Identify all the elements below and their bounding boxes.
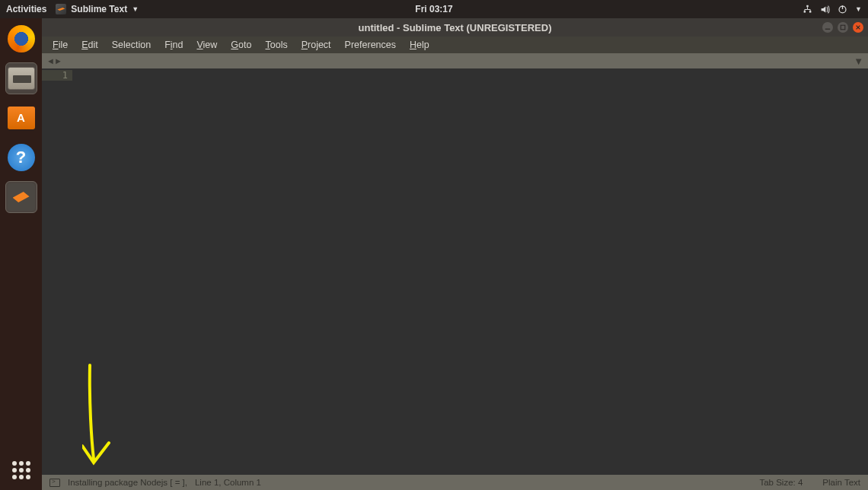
editor-area: 1 — [42, 68, 868, 475]
dock-help[interactable]: ? — [5, 142, 37, 173]
clock[interactable]: Fri 03:17 — [415, 4, 452, 14]
window-title-bar: untitled - Sublime Text (UNREGISTERED) — [42, 18, 868, 37]
gnome-top-bar: Activities Sublime Text ▼ Fri 03:17 ▼ — [0, 0, 868, 18]
close-button[interactable] — [853, 22, 863, 33]
status-bar: Installing package Nodejs [ = ], Line 1,… — [42, 475, 868, 490]
dock-files[interactable] — [5, 62, 37, 94]
menu-preferences[interactable]: Preferences — [339, 38, 402, 52]
line-number: 1 — [42, 70, 72, 81]
show-applications-button[interactable] — [12, 461, 30, 479]
menu-view[interactable]: View — [190, 38, 223, 52]
dock-sublime[interactable] — [5, 181, 37, 213]
menu-help[interactable]: Help — [404, 38, 436, 52]
text-editor[interactable] — [72, 68, 854, 475]
files-icon — [8, 67, 35, 90]
firefox-icon — [8, 25, 35, 52]
menu-tools[interactable]: Tools — [259, 38, 293, 52]
system-tray[interactable]: ▼ — [803, 5, 862, 14]
svg-rect-4 — [842, 5, 843, 9]
menu-project[interactable]: Project — [295, 38, 337, 52]
status-message: Installing package Nodejs [ = ], — [68, 478, 187, 487]
software-center-icon — [8, 107, 35, 129]
svg-rect-5 — [825, 29, 830, 30]
status-tab-size[interactable]: Tab Size: 4 — [759, 478, 803, 487]
tab-bar: ◄ ► ▼ — [42, 53, 868, 68]
svg-rect-2 — [809, 11, 811, 12]
app-menu[interactable]: Sublime Text ▼ — [56, 4, 139, 14]
tab-history-nav[interactable]: ◄ ► — [46, 56, 61, 65]
minimize-button[interactable] — [822, 22, 833, 33]
menu-bar: File Edit Selection Find View Goto Tools… — [42, 37, 868, 53]
maximize-button[interactable] — [838, 22, 848, 33]
chevron-down-icon: ▼ — [855, 5, 862, 13]
dock-software[interactable] — [5, 102, 37, 134]
status-cursor[interactable]: Line 1, Column 1 — [195, 478, 261, 487]
window-title: untitled - Sublime Text (UNREGISTERED) — [359, 22, 552, 33]
power-icon[interactable] — [838, 5, 847, 14]
console-icon[interactable] — [49, 479, 60, 487]
status-syntax[interactable]: Plain Text — [822, 478, 860, 487]
menu-edit[interactable]: Edit — [75, 38, 104, 52]
chevron-down-icon: ▼ — [132, 5, 139, 13]
line-gutter: 1 — [42, 68, 72, 475]
volume-icon[interactable] — [820, 5, 830, 14]
network-icon[interactable] — [803, 5, 812, 14]
sublime-icon — [56, 4, 66, 14]
launcher-dock: ? — [0, 18, 42, 490]
svg-rect-0 — [806, 5, 808, 6]
activities-button[interactable]: Activities — [6, 4, 46, 14]
menu-find[interactable]: Find — [158, 38, 189, 52]
menu-selection[interactable]: Selection — [106, 38, 157, 52]
help-icon: ? — [8, 144, 35, 171]
menu-goto[interactable]: Goto — [225, 38, 257, 52]
annotation-arrow — [82, 364, 120, 473]
sublime-icon — [8, 183, 35, 211]
minimap[interactable] — [854, 68, 868, 475]
svg-rect-6 — [841, 25, 845, 30]
dock-firefox[interactable] — [5, 23, 37, 55]
svg-rect-1 — [804, 11, 806, 12]
menu-file[interactable]: File — [46, 38, 74, 52]
tab-dropdown-icon[interactable]: ▼ — [854, 56, 863, 67]
